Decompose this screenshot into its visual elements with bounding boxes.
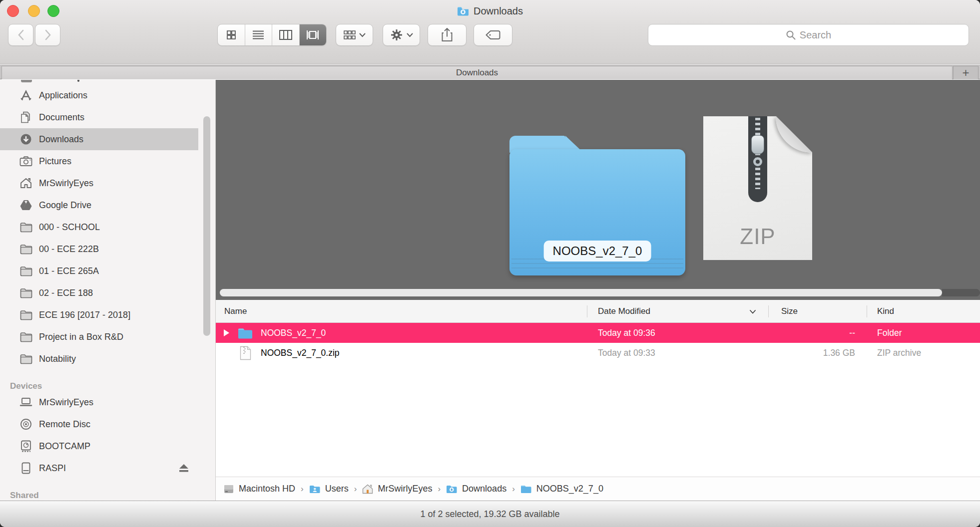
list-view-button[interactable] [245,24,273,45]
sidebar-item-label: RASPI [39,463,66,474]
sidebar-item-project-in-a-box[interactable]: Project in a Box R&D [0,326,215,348]
new-tab-button[interactable]: + [953,66,979,79]
coverflow-zip-item[interactable]: ZIP [703,116,812,260]
file-row-noobs-zip[interactable]: NOOBS_v2_7_0.zip Today at 09:33 1.36 GB … [216,343,980,363]
file-size: 1.36 GB [768,343,855,363]
column-header-date-modified[interactable]: Date Modified [598,300,650,323]
internal-drive-icon [19,440,33,452]
sidebar-device-raspi[interactable]: RASPI [0,457,215,479]
path-item-downloads[interactable]: Downloads [446,484,506,494]
share-button[interactable] [428,24,467,46]
sidebar-item-label: BOOTCAMP [39,441,90,452]
home-icon [19,177,33,189]
folder-icon [19,244,33,255]
sidebar-item-google-drive[interactable]: Google Drive [0,194,215,216]
file-name: NOOBS_v2_7_0.zip [261,343,340,363]
column-header-size[interactable]: Size [781,300,798,323]
sidebar-item-01-ece-265a[interactable]: 01 - ECE 265A [0,260,215,282]
path-item-noobs-folder[interactable]: NOOBS_v2_7_0 [520,484,603,494]
path-item-users[interactable]: Users [309,484,349,494]
path-separator: › [506,484,520,494]
path-separator: › [349,484,363,494]
title-folder-icon [457,6,469,16]
sidebar-item-label: 000 - SCHOOL [39,222,100,233]
column-header-name[interactable]: Name [224,300,247,323]
search-input[interactable]: Search [648,24,969,46]
users-folder-icon [309,485,321,494]
arrange-button[interactable] [336,24,373,46]
chevron-down-icon [359,33,366,37]
sidebar-item-label: Remote Disc [39,419,90,430]
tab-label: Downloads [456,68,498,78]
plus-icon: + [962,67,969,79]
hard-drive-icon [223,484,234,494]
sidebar-item-downloads[interactable]: Downloads [0,128,198,150]
forward-button[interactable] [35,24,60,46]
sidebar-item-00-ece-222b[interactable]: 00 - ECE 222B [0,238,215,260]
finder-window: Downloads [0,0,980,527]
back-button[interactable] [8,24,33,46]
coverflow-view-icon [306,29,320,40]
path-item-mrswirlyeyes[interactable]: MrSwirlyEyes [362,484,432,494]
icon-view-button[interactable] [218,24,245,45]
sidebar-item-label: Pictures [39,156,71,167]
coverflow-view-button[interactable] [300,24,327,45]
sidebar-section-devices: Devices [0,376,215,391]
coverflow-area: NOOBS_v2_7_0 ZIP [216,80,980,300]
sidebar-item-label: ECE 196 [2017 - 2018] [39,310,130,320]
sidebar-device-remote-disc[interactable]: Remote Disc [0,413,215,435]
sidebar-item-ece-196[interactable]: ECE 196 [2017 - 2018] [0,304,215,326]
file-kind: Folder [877,323,902,343]
tag-icon [486,30,500,40]
chevron-right-icon [44,29,51,40]
zip-label: ZIP [703,224,812,249]
sidebar-item-documents[interactable]: Documents [0,106,215,128]
status-bar: 1 of 2 selected, 19.32 GB available [0,501,980,527]
toolbar: Downloads [0,0,980,64]
column-header-kind[interactable]: Kind [877,300,894,323]
folder-icon [19,310,33,320]
sidebar-item-label: 01 - ECE 265A [39,266,99,276]
sidebar-item-02-ece-188[interactable]: 02 - ECE 188 [0,282,215,304]
sidebar-scrollbar[interactable] [203,116,210,336]
path-bar: Macintosh HD › Users › MrSwirlyEyes › Do… [216,477,980,501]
file-list: Name Date Modified Size Kind NOOBS_v2_7_… [216,300,980,477]
view-switcher [217,24,327,46]
tag-button[interactable] [474,24,512,46]
column-view-icon [279,30,292,40]
list-view-icon [252,30,264,40]
path-item-macintosh-hd[interactable]: Macintosh HD [223,484,295,494]
home-icon [362,484,373,494]
eject-icon[interactable] [178,464,189,473]
sidebar-item-label: Project in a Box R&D [39,332,123,342]
sidebar-item-000-school[interactable]: 000 - SCHOOL [0,216,215,238]
coverflow-horizontal-scrollbar[interactable] [220,289,942,296]
tab-downloads[interactable]: Downloads [1,66,953,79]
disclosure-triangle-icon[interactable] [224,329,229,336]
chevron-left-icon [17,29,24,40]
folder-icon [19,354,33,364]
sidebar-section-shared: Shared [0,486,215,501]
file-date: Today at 09:36 [598,323,655,343]
sidebar-device-bootcamp[interactable]: BOOTCAMP [0,435,215,457]
sidebar-item-notability[interactable]: Notability [0,348,215,370]
coverflow-folder-label: NOOBS_v2_7_0 [544,241,651,262]
arrange-icon [344,30,356,40]
path-separator: › [295,484,309,494]
folder-icon [19,222,33,233]
coverflow-folder-item[interactable]: NOOBS_v2_7_0 [509,136,685,275]
coverflow-scrollbar-track [942,289,980,296]
chevron-down-icon [407,33,413,37]
column-view-button[interactable] [272,24,300,45]
folder-icon [238,323,253,343]
sidebar: Applications Documents Downloads Picture… [0,80,216,501]
action-menu-button[interactable] [383,24,420,46]
sidebar-item-applications[interactable]: Applications [0,84,215,106]
external-drive-icon [19,462,33,474]
sidebar-device-mrswirlyeyes[interactable]: MrSwirlyEyes [0,391,215,413]
sidebar-item-label: Applications [39,90,87,101]
tab-bar: Downloads + [0,64,980,79]
sidebar-item-home[interactable]: MrSwirlyEyes [0,172,215,194]
file-row-noobs-folder[interactable]: NOOBS_v2_7_0 Today at 09:36 -- Folder [216,323,980,343]
sidebar-item-pictures[interactable]: Pictures [0,150,215,172]
